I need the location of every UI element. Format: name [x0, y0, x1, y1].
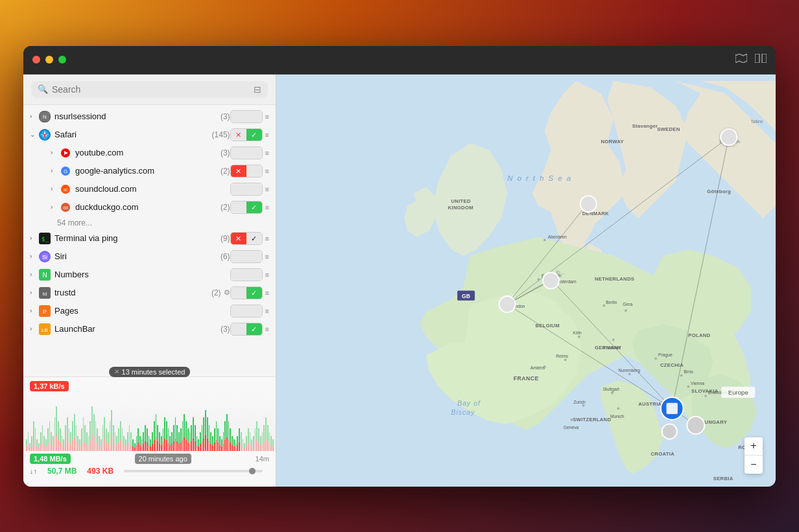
bars-chart-icon-numbers[interactable]: ≡ [265, 271, 269, 279]
chart-bar[interactable] [262, 393, 263, 451]
chart-bar[interactable] [232, 393, 233, 451]
bars-chart-icon-terminal[interactable]: ≡ [265, 235, 269, 242]
toggle-allow-pages[interactable] [246, 305, 262, 318]
chart-bar[interactable] [241, 393, 242, 451]
chart-bar[interactable] [42, 393, 43, 451]
bars-chart-icon-siri[interactable]: ≡ [265, 253, 269, 260]
chart-bar[interactable] [256, 393, 257, 451]
chart-bar[interactable] [110, 393, 111, 451]
toggle-deny-youtube[interactable] [231, 147, 246, 159]
chart-bar[interactable] [28, 393, 29, 451]
chart-bar[interactable] [237, 393, 238, 451]
toggle-deny[interactable] [231, 111, 246, 123]
chart-bar[interactable] [216, 393, 217, 451]
zoom-in-button[interactable]: + [745, 437, 763, 456]
chart-bar[interactable] [166, 393, 167, 451]
toggle-allow-google-analytics[interactable] [246, 165, 262, 178]
chart-bar[interactable] [184, 393, 185, 451]
chart-bar[interactable] [191, 393, 192, 451]
list-item-numbers[interactable]: › N Numbers ≡ [23, 266, 276, 284]
toggle-allow-siri[interactable] [246, 251, 262, 263]
chart-bar[interactable] [111, 393, 112, 451]
toggle-deny-trustd[interactable] [231, 287, 246, 299]
chart-bar[interactable] [139, 393, 141, 451]
maximize-button[interactable] [58, 56, 66, 64]
chart-bar[interactable] [45, 393, 47, 451]
chart-bar[interactable] [253, 393, 254, 451]
chart-bar[interactable] [212, 393, 213, 451]
list-item-duckduckgo[interactable]: › dd duckduckgo.com (2) ✓ ≡ [23, 198, 276, 216]
chart-bar[interactable] [164, 393, 165, 451]
chart-bar[interactable] [49, 393, 51, 451]
chart-bar[interactable] [178, 393, 180, 451]
chart-bar[interactable] [260, 393, 261, 451]
toggle-group-soundcloud[interactable] [230, 183, 263, 196]
more-link[interactable]: 54 more... [23, 216, 276, 229]
toggle-deny-pages[interactable] [231, 305, 246, 318]
chart-bar[interactable] [122, 393, 123, 451]
chart-bar[interactable] [272, 393, 274, 451]
chart-bar[interactable] [38, 393, 40, 451]
chart-bar[interactable] [157, 393, 158, 451]
bars-chart-icon-pages[interactable]: ≡ [265, 307, 269, 315]
bars-chart-icon[interactable]: ≡ [265, 113, 269, 121]
chart-bar[interactable] [180, 393, 182, 451]
list-item-terminal[interactable]: › $_ Terminal via ping (9) ✕ ✓ ≡ [23, 229, 276, 248]
chart-bar[interactable] [145, 393, 146, 451]
toggle-deny-numbers[interactable] [231, 269, 246, 281]
chart-bar[interactable] [182, 393, 184, 451]
chart-bar[interactable] [235, 393, 237, 451]
toggle-allow-soundcloud[interactable] [246, 183, 262, 196]
chart-bar[interactable] [161, 393, 162, 451]
chart-bar[interactable] [79, 393, 80, 451]
chart-bar[interactable] [200, 393, 201, 451]
chart-bar[interactable] [150, 393, 151, 451]
toggle-allow-launchbar[interactable]: ✓ [246, 323, 262, 336]
chart-bar[interactable] [269, 393, 270, 451]
chart-bar[interactable] [43, 393, 45, 451]
toggle-allow[interactable] [246, 111, 262, 123]
toggle-deny-terminal[interactable]: ✕ [231, 233, 246, 245]
chart-bar[interactable] [97, 393, 98, 451]
chart-bar[interactable] [113, 393, 114, 451]
chart-bar[interactable] [108, 393, 109, 451]
chart-bar[interactable] [221, 393, 222, 451]
chart-bar[interactable] [31, 393, 32, 451]
bars-chart-icon-ga[interactable]: ≡ [265, 167, 269, 175]
toggle-group[interactable] [230, 110, 263, 123]
chart-bar[interactable] [185, 393, 187, 451]
chart-bar[interactable] [152, 393, 153, 451]
bars-chart-icon-trustd[interactable]: ≡ [265, 289, 269, 297]
chart-bar[interactable] [83, 393, 84, 451]
chart-bar[interactable] [168, 393, 169, 451]
chart-bar[interactable] [171, 393, 173, 451]
chart-bar[interactable] [230, 393, 231, 451]
chart-bar[interactable] [104, 393, 105, 451]
chart-bar[interactable] [84, 393, 86, 451]
chart-bar[interactable] [76, 393, 77, 451]
toggle-deny-safari[interactable]: ✕ [231, 129, 246, 141]
toggle-group-safari[interactable]: ✕ ✓ [230, 128, 263, 141]
chart-bar[interactable] [89, 393, 91, 451]
list-item-safari[interactable]: ⌄ Safari (145) ✕ ✓ ≡ [23, 126, 276, 144]
chart-bar[interactable] [130, 393, 132, 451]
chart-bar[interactable] [36, 393, 38, 451]
chart-bar[interactable] [219, 393, 221, 451]
bars-chart-icon-youtube[interactable]: ≡ [265, 149, 269, 157]
chart-bar[interactable] [173, 393, 174, 451]
chart-bar[interactable] [74, 393, 75, 451]
chart-bar[interactable] [56, 393, 57, 451]
chart-bar[interactable] [91, 393, 93, 451]
chart-bar[interactable] [175, 393, 176, 451]
chart-bar[interactable] [62, 393, 63, 451]
chart-bar[interactable] [248, 393, 249, 451]
chart-bar[interactable] [129, 393, 130, 451]
chart-bar[interactable] [246, 393, 247, 451]
toggle-deny-soundcloud[interactable] [231, 183, 246, 196]
chart-bar[interactable] [154, 393, 155, 451]
chart-bar[interactable] [137, 393, 139, 451]
search-input[interactable] [52, 84, 250, 95]
chart-bar[interactable] [40, 393, 42, 451]
bars-chart-icon-sc[interactable]: ≡ [265, 185, 269, 193]
chart-bar[interactable] [51, 393, 52, 451]
